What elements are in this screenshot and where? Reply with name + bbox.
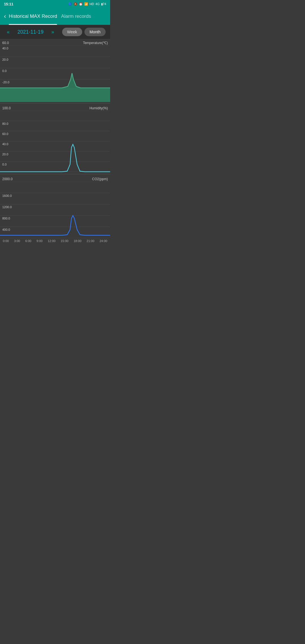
x-label-4: 12:00: [48, 239, 56, 243]
temperature-chart-section: 60.0 Temperature(℃) 40.0 20.0 0.0 -20.0: [0, 39, 110, 102]
temperature-label-row: 60.0 Temperature(℃): [0, 39, 110, 45]
svg-text:20.0: 20.0: [2, 58, 8, 61]
svg-text:40.0: 40.0: [2, 142, 8, 146]
date-nav: « 2021-11-19 » Week Month: [0, 25, 110, 39]
svg-text:1200.0: 1200.0: [2, 205, 12, 209]
date-display: 2021-11-19: [18, 29, 43, 35]
humidity-chart-section: 100.0 Humidity(%) 80.0 60.0 40.0 20.0 0.…: [0, 105, 110, 173]
period-buttons: Week Month: [62, 28, 106, 36]
x-label-7: 21:00: [87, 239, 95, 243]
x-label-5: 15:00: [61, 239, 69, 243]
humidity-svg: 80.0 60.0 40.0 20.0 0.0: [0, 111, 110, 173]
co2-y-max: 2000.0: [2, 177, 13, 181]
svg-text:40.0: 40.0: [2, 47, 8, 50]
signal-icon: 4G: [95, 2, 100, 6]
week-button[interactable]: Week: [62, 28, 82, 36]
svg-text:1600.0: 1600.0: [2, 194, 12, 197]
co2-unit: CO2(ppm): [92, 177, 108, 181]
co2-svg: 1600.0 1200.0 800.0 400.0: [0, 182, 110, 238]
month-button[interactable]: Month: [84, 28, 106, 36]
chart-divider-2: [0, 174, 110, 174]
humidity-unit: Humidity(%): [90, 106, 108, 110]
charts-wrapper: 60.0 Temperature(℃) 40.0 20.0 0.0 -20.0: [0, 39, 110, 245]
humidity-y-max: 100.0: [2, 106, 11, 110]
status-icons: 🔵 🔕 ⏰ 📶 HD 4G ▮74: [68, 2, 106, 6]
temperature-svg: 40.0 20.0 0.0 -20.0: [0, 45, 110, 102]
svg-text:800.0: 800.0: [2, 217, 10, 220]
status-bar: 15:11 🔵 🔕 ⏰ 📶 HD 4G ▮74: [0, 0, 110, 8]
x-label-6: 18:00: [74, 239, 82, 243]
svg-text:0.0: 0.0: [2, 163, 6, 166]
humidity-label-row: 100.0 Humidity(%): [0, 105, 110, 111]
svg-text:0.0: 0.0: [2, 69, 6, 73]
svg-text:60.0: 60.0: [2, 132, 8, 136]
x-label-0: 0:00: [3, 239, 9, 243]
svg-text:80.0: 80.0: [2, 122, 8, 125]
x-label-8: 24:00: [99, 239, 107, 243]
tab-historical[interactable]: Historical MAX Record: [9, 8, 61, 25]
alarm-icon: ⏰: [79, 2, 83, 6]
x-label-3: 9:00: [36, 239, 42, 243]
co2-chart-section: 2000.0 CO2(ppm) 1600.0 1200.0 800.0 400.…: [0, 175, 110, 245]
prev-date-button[interactable]: «: [5, 28, 12, 36]
svg-text:-20.0: -20.0: [2, 80, 9, 84]
humidity-chart: 80.0 60.0 40.0 20.0 0.0: [0, 111, 110, 173]
chart-divider-1: [0, 103, 110, 103]
temperature-chart: 40.0 20.0 0.0 -20.0: [0, 45, 110, 102]
temperature-unit: Temperature(℃): [83, 41, 108, 45]
bluetooth-icon: 🔵: [68, 2, 72, 6]
hd-icon: HD: [90, 2, 94, 6]
next-date-button[interactable]: »: [49, 28, 56, 36]
battery-icon: ▮74: [101, 2, 106, 6]
temperature-y-max: 60.0: [2, 41, 9, 45]
svg-text:20.0: 20.0: [2, 153, 8, 156]
x-axis: 0:00 3:00 6:00 9:00 12:00 15:00 18:00 21…: [0, 238, 110, 245]
co2-chart: 1600.0 1200.0 800.0 400.0: [0, 182, 110, 238]
back-button[interactable]: ‹: [4, 13, 6, 20]
status-time: 15:11: [4, 2, 13, 6]
tab-container: Historical MAX Record Alarm records: [9, 8, 106, 25]
x-label-1: 3:00: [14, 239, 20, 243]
wifi-icon: 📶: [84, 2, 88, 6]
notification-icon: 🔕: [73, 2, 77, 6]
svg-text:400.0: 400.0: [2, 228, 10, 231]
app-bar: ‹ Historical MAX Record Alarm records: [0, 8, 110, 25]
co2-label-row: 2000.0 CO2(ppm): [0, 175, 110, 182]
x-label-2: 6:00: [25, 239, 31, 243]
tab-alarm[interactable]: Alarm records: [61, 8, 95, 25]
